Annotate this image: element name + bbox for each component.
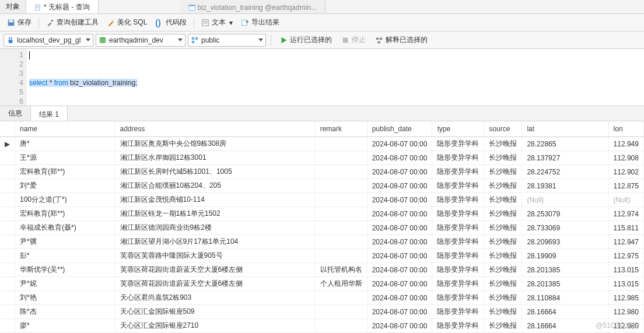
cell-source[interactable]: 长沙晚报	[484, 179, 522, 193]
cell-type[interactable]: 隐形变异学科	[432, 235, 484, 249]
cell-name[interactable]: 幸福成长教育(聂*)	[15, 221, 116, 235]
col-type[interactable]: type	[432, 121, 484, 137]
connection-select[interactable]: localhost_dev_pg_gl	[4, 34, 93, 47]
info-tab[interactable]: 信息	[0, 106, 31, 121]
cell-name[interactable]: 陈*杰	[15, 305, 116, 319]
cell-source[interactable]: 长沙晚报	[484, 249, 522, 263]
col-lat[interactable]: lat	[522, 121, 608, 137]
cell-remark[interactable]	[315, 137, 367, 151]
cell-address[interactable]: 湘江新区合能璞丽10栋204、205	[115, 179, 315, 193]
cell-lat[interactable]: 28.137927	[522, 151, 608, 165]
text-button[interactable]: 文本 ▾	[198, 16, 236, 29]
cell-remark[interactable]	[315, 291, 367, 305]
cell-lon[interactable]: 112.975	[608, 249, 643, 263]
cell-type[interactable]: 隐形变异学科	[432, 221, 484, 235]
cell-publish-date[interactable]: 2024-08-07 00:00	[367, 235, 432, 249]
table-row[interactable]: 尹*妮芙蓉区荷花园街道蔚蓝天空大厦6楼左侧个人租用华斯2024-08-07 00…	[0, 277, 644, 291]
cell-lat[interactable]: 28.22865	[522, 137, 608, 151]
cell-publish-date[interactable]: 2024-08-07 00:00	[367, 319, 432, 333]
cell-remark[interactable]	[315, 319, 367, 333]
cell-lat[interactable]: 28.201385	[522, 263, 608, 277]
cell-name[interactable]: 100分之道(丁*)	[15, 193, 116, 207]
cell-type[interactable]: 隐形变异学科	[432, 137, 484, 151]
cell-name[interactable]: 彭*	[15, 249, 116, 263]
cell-source[interactable]: 长沙晚报	[484, 305, 522, 319]
cell-lat[interactable]: 28.16664	[522, 319, 608, 333]
result-grid[interactable]: name address remark publish_date type so…	[0, 121, 644, 333]
table-row[interactable]: 廖*天心区汇金国际银座27102024-08-07 00:00隐形变异学科长沙晚…	[0, 319, 644, 333]
cell-type[interactable]: 隐形变异学科	[432, 249, 484, 263]
cell-lat[interactable]: (Null)	[522, 193, 608, 207]
cell-publish-date[interactable]: 2024-08-07 00:00	[367, 207, 432, 221]
database-select[interactable]: earthqadmin_dev	[96, 34, 186, 47]
cell-source[interactable]: 长沙晚报	[484, 193, 522, 207]
cell-lat[interactable]: 28.733069	[522, 221, 608, 235]
cell-name[interactable]: 刘*爱	[15, 179, 116, 193]
cell-remark[interactable]	[315, 305, 367, 319]
cell-name[interactable]: 尹*妮	[15, 277, 116, 291]
cell-source[interactable]: 长沙晚报	[484, 263, 522, 277]
cell-address[interactable]: 湘江新区望月湖小区9片17栋1单元104	[115, 235, 315, 249]
cell-name[interactable]: 华斯优学(吴**)	[15, 263, 116, 277]
cell-publish-date[interactable]: 2024-08-07 00:00	[367, 291, 432, 305]
cell-lat[interactable]: 28.201385	[522, 277, 608, 291]
cell-publish-date[interactable]: 2024-08-07 00:00	[367, 249, 432, 263]
cell-remark[interactable]	[315, 221, 367, 235]
table-row[interactable]: 王*源湘江新区水岸御园12栋30012024-08-07 00:00隐形变异学科…	[0, 151, 644, 165]
cell-source[interactable]: 长沙晚报	[484, 207, 522, 221]
cell-remark[interactable]	[315, 235, 367, 249]
cell-name[interactable]: 廖*	[15, 319, 116, 333]
cell-publish-date[interactable]: 2024-08-07 00:00	[367, 277, 432, 291]
cell-address[interactable]: 湘江新区钰龙一期1栋1单元1502	[115, 207, 315, 221]
col-publish-date[interactable]: publish_date	[367, 121, 432, 137]
cell-address[interactable]: 湘江新区长房时代城5栋1001、1005	[115, 165, 315, 179]
cell-lon[interactable]: 112.974	[608, 207, 643, 221]
cell-source[interactable]: 长沙晚报	[484, 291, 522, 305]
col-name[interactable]: name	[15, 121, 116, 137]
cell-address[interactable]: 湘江新区金茂悦商铺10-114	[115, 193, 315, 207]
col-remark[interactable]: remark	[315, 121, 367, 137]
schema-select[interactable]: public	[188, 34, 266, 47]
cell-address[interactable]: 湘江新区德润园商业街9栋2楼	[115, 221, 315, 235]
table-row[interactable]: 华斯优学(吴**)芙蓉区荷花园街道蔚蓝天空大厦6楼左侧以托管机构名2024-08…	[0, 263, 644, 277]
save-button[interactable]: 保存	[4, 16, 35, 29]
table-row[interactable]: 彭*芙蓉区芙蓉路中隆国际大厦905号2024-08-07 00:00隐形变异学科…	[0, 249, 644, 263]
cell-lon[interactable]: 113.015	[608, 277, 643, 291]
cell-remark[interactable]	[315, 179, 367, 193]
cell-address[interactable]: 芙蓉区芙蓉路中隆国际大厦905号	[115, 249, 315, 263]
cell-lon[interactable]: 112.980	[608, 319, 643, 333]
table-row[interactable]: 刘*艳天心区君尚嘉筑2栋9032024-08-07 00:00隐形变异学科长沙晚…	[0, 291, 644, 305]
cell-address[interactable]: 芙蓉区荷花园街道蔚蓝天空大厦6楼左侧	[115, 263, 315, 277]
query-tab[interactable]: * 无标题 - 查询	[26, 0, 99, 13]
cell-remark[interactable]: 个人租用华斯	[315, 277, 367, 291]
cell-type[interactable]: 隐形变异学科	[432, 193, 484, 207]
cell-type[interactable]: 隐形变异学科	[432, 207, 484, 221]
explain-button[interactable]: 解释已选择的	[372, 33, 431, 47]
cell-address[interactable]: 天心区君尚嘉筑2栋903	[115, 291, 315, 305]
cell-address[interactable]: 芙蓉区荷花园街道蔚蓝天空大厦6楼左侧	[115, 277, 315, 291]
code-area[interactable]: select * from biz_violation_training;	[27, 49, 644, 106]
cell-remark[interactable]	[315, 165, 367, 179]
cell-name[interactable]: 宏科教育(郑**)	[15, 165, 116, 179]
cell-address[interactable]: 湘江新区水岸御园12栋3001	[115, 151, 315, 165]
cell-lon[interactable]: 115.811	[608, 221, 643, 235]
cell-address[interactable]: 湘江新区奥克斯中央公馆9栋308房	[115, 137, 315, 151]
run-button[interactable]: 运行已选择的	[276, 33, 335, 47]
cell-remark[interactable]	[315, 193, 367, 207]
cell-lon[interactable]: (Null)	[608, 193, 643, 207]
cell-name[interactable]: 尹*骥	[15, 235, 116, 249]
cell-source[interactable]: 长沙晚报	[484, 137, 522, 151]
cell-publish-date[interactable]: 2024-08-07 00:00	[367, 263, 432, 277]
cell-source[interactable]: 长沙晚报	[484, 319, 522, 333]
table-row[interactable]: 刘*爱湘江新区合能璞丽10栋204、2052024-08-07 00:00隐形变…	[0, 179, 644, 193]
cell-name[interactable]: 刘*艳	[15, 291, 116, 305]
cell-publish-date[interactable]: 2024-08-07 00:00	[367, 151, 432, 165]
cell-address[interactable]: 天心区汇金国际银座2710	[115, 319, 315, 333]
cell-lat[interactable]: 28.110884	[522, 291, 608, 305]
cell-type[interactable]: 隐形变异学科	[432, 305, 484, 319]
cell-remark[interactable]	[315, 151, 367, 165]
code-snippet-button[interactable]: () 代码段	[152, 16, 190, 29]
sql-editor[interactable]: 1234567 select * from biz_violation_trai…	[0, 49, 644, 106]
table-row[interactable]: 宏科教育(郑**)湘江新区钰龙一期1栋1单元15022024-08-07 00:…	[0, 207, 644, 221]
stop-button[interactable]: 停止	[338, 33, 369, 47]
